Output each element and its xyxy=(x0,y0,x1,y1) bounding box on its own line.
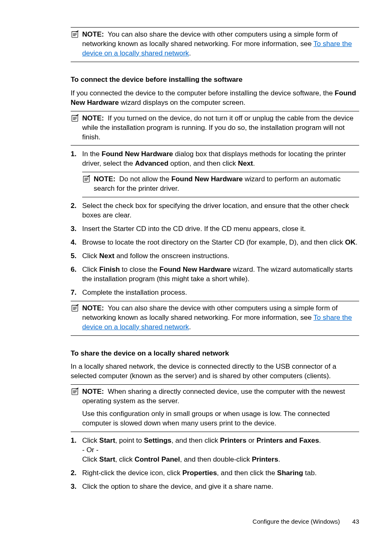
note-label: NOTE: xyxy=(82,30,104,38)
note-body: NOTE: Do not allow the Found New Hardwar… xyxy=(82,175,359,194)
alt-step: Click Start, click Control Panel, and th… xyxy=(82,455,359,464)
list-item: Insert the Starter CD into the CD drive.… xyxy=(71,224,359,234)
page-footer: Configure the device (Windows) 43 xyxy=(253,518,359,526)
note-label: NOTE: xyxy=(82,114,104,122)
note-block: NOTE: If you turned on the device, do no… xyxy=(71,111,359,146)
note-block: NOTE: Do not allow the Found New Hardwar… xyxy=(82,172,359,197)
note-label: NOTE: xyxy=(94,175,115,183)
note-text: NOTE: Do not allow the Found New Hardwar… xyxy=(94,175,341,192)
list-item: Right-click the device icon, click Prope… xyxy=(71,469,359,478)
note-icon xyxy=(71,387,80,395)
note-text: NOTE: You can also share the device with… xyxy=(82,304,352,331)
note-body: NOTE: You can also share the device with… xyxy=(71,30,359,58)
note-body: NOTE: If you turned on the device, do no… xyxy=(71,114,359,142)
footer-section: Configure the device (Windows) xyxy=(253,518,340,525)
list-item: In the Found New Hardware dialog box tha… xyxy=(71,150,359,197)
note-text: Use this configuration only in small gro… xyxy=(71,409,359,428)
list-item: Click Finish to close the Found New Hard… xyxy=(71,265,359,284)
note-body: NOTE: You can also share the device with… xyxy=(71,304,359,332)
note-block: NOTE: When sharing a directly connected … xyxy=(71,384,359,432)
ordered-list: Click Start, point to Settings, and then… xyxy=(71,436,359,492)
list-item: Browse to locate the root directory on t… xyxy=(71,238,359,247)
ordered-list: In the Found New Hardware dialog box tha… xyxy=(71,150,359,297)
note-text: NOTE: You can also share the device with… xyxy=(82,30,352,57)
list-item: Click Start, point to Settings, and then… xyxy=(71,436,359,464)
note-block: NOTE: You can also share the device with… xyxy=(71,27,359,62)
list-item: Click Next and follow the onscreen instr… xyxy=(71,252,359,261)
note-label: NOTE: xyxy=(82,388,104,395)
note-block: NOTE: You can also share the device with… xyxy=(71,301,359,336)
section-intro: In a locally shared network, the device … xyxy=(71,362,359,381)
note-body: NOTE: When sharing a directly connected … xyxy=(71,387,359,406)
note-icon xyxy=(71,30,80,38)
list-item: Complete the installation process. xyxy=(71,288,359,298)
note-icon xyxy=(82,175,91,183)
section-heading: To share the device on a locally shared … xyxy=(71,349,359,358)
note-label: NOTE: xyxy=(82,304,104,312)
document-page: NOTE: You can also share the device with… xyxy=(0,0,392,543)
or-separator: - Or - xyxy=(82,446,359,455)
list-item: Select the check box for specifying the … xyxy=(71,201,359,220)
note-text: NOTE: If you turned on the device, do no… xyxy=(82,114,353,141)
section-intro: If you connected the device to the compu… xyxy=(71,89,359,108)
note-icon xyxy=(71,114,80,122)
note-text: NOTE: When sharing a directly connected … xyxy=(82,388,345,405)
note-icon xyxy=(71,304,80,312)
section-heading: To connect the device before installing … xyxy=(71,75,359,85)
page-number: 43 xyxy=(352,518,359,525)
list-item: Click the option to share the device, an… xyxy=(71,482,359,492)
